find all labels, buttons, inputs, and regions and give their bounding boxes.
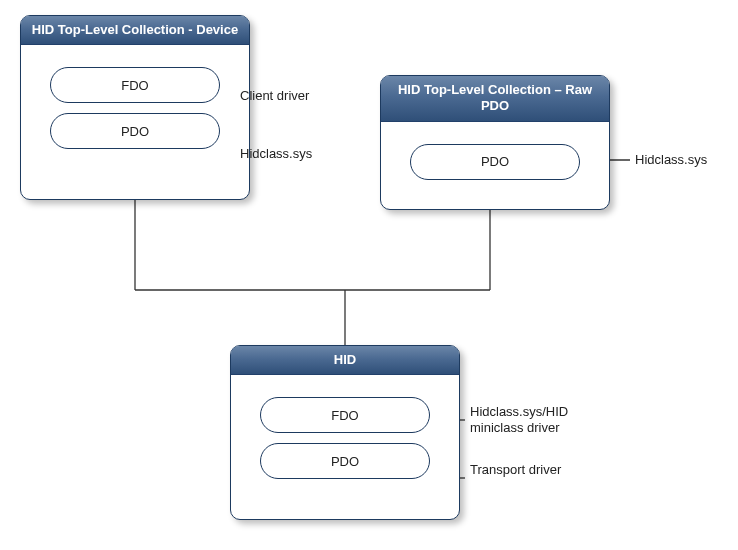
- panel-hid: HID FDO PDO: [230, 345, 460, 520]
- panel-raw-pdo: HID Top-Level Collection – Raw PDO PDO: [380, 75, 610, 210]
- label-client-driver: Client driver: [240, 88, 309, 104]
- panel-device: HID Top-Level Collection - Device FDO PD…: [20, 15, 250, 200]
- panel-device-body: FDO PDO: [21, 45, 249, 175]
- label-hid-miniclass: Hidclass.sys/HID miniclass driver: [470, 404, 600, 435]
- label-hidclass-device: Hidclass.sys: [240, 146, 312, 162]
- label-transport-driver: Transport driver: [470, 462, 600, 478]
- device-fdo-pill: FDO: [50, 67, 220, 103]
- device-pdo-pill: PDO: [50, 113, 220, 149]
- raw-pdo-pill: PDO: [410, 144, 580, 180]
- panel-device-title: HID Top-Level Collection - Device: [21, 16, 249, 45]
- panel-raw-pdo-body: PDO: [381, 122, 609, 206]
- panel-hid-body: FDO PDO: [231, 375, 459, 505]
- panel-hid-title: HID: [231, 346, 459, 375]
- label-hidclass-raw: Hidclass.sys: [635, 152, 707, 168]
- panel-raw-pdo-title: HID Top-Level Collection – Raw PDO: [381, 76, 609, 122]
- hid-fdo-pill: FDO: [260, 397, 430, 433]
- diagram-canvas: HID Top-Level Collection - Device FDO PD…: [0, 0, 738, 550]
- hid-pdo-pill: PDO: [260, 443, 430, 479]
